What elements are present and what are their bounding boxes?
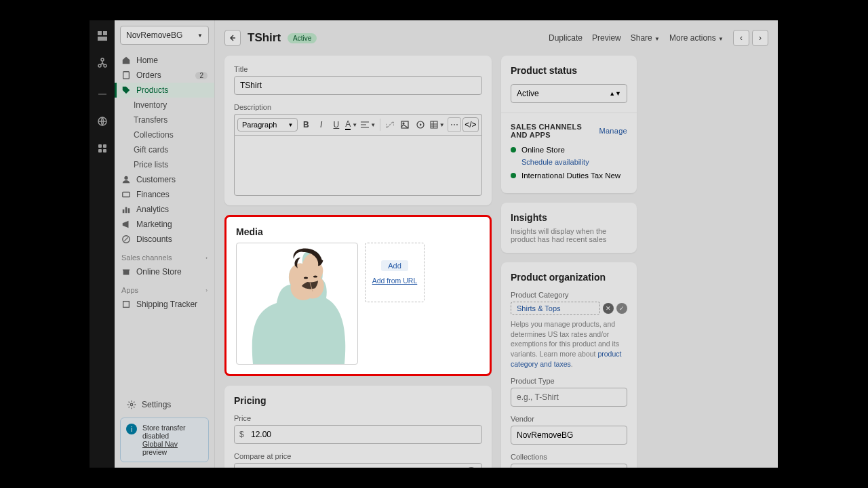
svg-rect-8 bbox=[103, 144, 106, 148]
description-label: Description bbox=[234, 103, 482, 111]
transfer-alert: i Store transfer disabled Global Nav pre… bbox=[120, 418, 209, 462]
vendor-label: Vendor bbox=[511, 415, 627, 423]
svg-point-24 bbox=[304, 277, 308, 279]
share-button[interactable]: Share ▼ bbox=[631, 33, 660, 43]
media-add-zone[interactable]: Add Add from URL bbox=[365, 243, 425, 302]
add-media-button[interactable]: Add bbox=[381, 260, 408, 271]
collections-input[interactable] bbox=[511, 464, 627, 468]
italic-button[interactable]: I bbox=[315, 117, 328, 132]
title-label: Title bbox=[234, 65, 482, 73]
code-view-button[interactable]: </> bbox=[462, 117, 479, 132]
category-helper: Helps you manage products, and determine… bbox=[511, 319, 627, 369]
svg-rect-11 bbox=[123, 72, 130, 79]
nav-products[interactable]: Products bbox=[115, 83, 214, 98]
apps-icon[interactable] bbox=[96, 142, 108, 155]
currency-symbol: $ bbox=[239, 430, 244, 439]
chevron-down-icon: ▼ bbox=[197, 33, 203, 39]
sidebar: NovRemoveBG ▼ Home Orders2 Products Inve… bbox=[115, 20, 215, 468]
shop-selector[interactable]: NovRemoveBG ▼ bbox=[120, 26, 209, 45]
category-value[interactable]: Shirts & Tops bbox=[511, 302, 600, 315]
link-button[interactable] bbox=[383, 117, 397, 132]
table-button[interactable]: ▼ bbox=[429, 117, 446, 132]
product-status-card: Product status Active▲▼ SALES CHANNELS A… bbox=[501, 56, 637, 193]
back-button[interactable] bbox=[224, 30, 241, 46]
image-button[interactable] bbox=[398, 117, 412, 132]
type-input[interactable] bbox=[511, 388, 627, 407]
svg-rect-9 bbox=[98, 149, 102, 152]
divider-icon bbox=[96, 88, 108, 100]
svg-rect-13 bbox=[123, 192, 130, 197]
nav-settings[interactable]: Settings bbox=[120, 396, 209, 413]
nav-analytics[interactable]: Analytics bbox=[115, 202, 214, 217]
svg-rect-23 bbox=[431, 121, 437, 128]
category-label: Product Category bbox=[511, 291, 627, 299]
nav-online-store[interactable]: Online Store bbox=[115, 264, 214, 279]
orders-badge: 2 bbox=[195, 72, 208, 79]
add-from-url-link[interactable]: Add from URL bbox=[372, 277, 418, 285]
prev-product-button[interactable]: ‹ bbox=[733, 30, 749, 46]
collections-label: Collections bbox=[511, 453, 627, 461]
align-button[interactable]: ▼ bbox=[359, 117, 377, 132]
chevron-right-icon: › bbox=[205, 255, 208, 261]
video-button[interactable] bbox=[413, 117, 427, 132]
page-header: TShirt Active Duplicate Preview Share ▼ … bbox=[224, 20, 768, 56]
nav-transfers[interactable]: Transfers bbox=[115, 113, 214, 127]
nav-gift-cards[interactable]: Gift cards bbox=[115, 142, 214, 157]
remove-category-button[interactable]: ✕ bbox=[603, 303, 614, 314]
bold-button[interactable]: B bbox=[299, 117, 313, 132]
globe-icon[interactable] bbox=[96, 115, 108, 127]
nav-discounts[interactable]: Discounts bbox=[115, 232, 214, 247]
svg-point-3 bbox=[101, 58, 104, 61]
nav-shipping-tracker[interactable]: Shipping Tracker bbox=[115, 297, 214, 312]
nav-finances[interactable]: Finances bbox=[115, 187, 214, 202]
more-formatting-button[interactable]: ⋯ bbox=[448, 117, 461, 132]
schedule-link[interactable]: Schedule availability bbox=[521, 158, 627, 166]
vendor-input[interactable] bbox=[511, 426, 627, 445]
status-select[interactable]: Active▲▼ bbox=[511, 84, 627, 103]
nav-price-lists[interactable]: Price lists bbox=[115, 157, 214, 172]
status-badge: Active bbox=[288, 33, 317, 43]
svg-point-21 bbox=[403, 123, 404, 124]
text-color-button[interactable]: A▼ bbox=[344, 117, 358, 132]
org-title: Product organization bbox=[511, 272, 627, 283]
title-input[interactable] bbox=[234, 76, 482, 95]
dashboard-icon[interactable] bbox=[96, 30, 108, 42]
status-dot-icon bbox=[511, 173, 516, 178]
nav-collections[interactable]: Collections bbox=[115, 127, 214, 142]
svg-rect-1 bbox=[103, 31, 107, 35]
compare-price-input[interactable] bbox=[234, 463, 482, 468]
title-card: Title Description Paragraph▼ B I U A▼ ▼ … bbox=[224, 56, 492, 205]
channels-label: SALES CHANNELS AND APPS bbox=[511, 123, 599, 139]
svg-rect-10 bbox=[103, 149, 106, 152]
nav-marketing[interactable]: Marketing bbox=[115, 217, 214, 232]
insights-title: Insights bbox=[511, 212, 627, 223]
media-card: Media Add bbox=[224, 215, 492, 376]
duplicate-button[interactable]: Duplicate bbox=[549, 33, 583, 43]
alert-title: Store transfer disabled bbox=[142, 424, 203, 440]
preview-button[interactable]: Preview bbox=[592, 33, 621, 43]
main-content: TShirt Active Duplicate Preview Share ▼ … bbox=[215, 20, 778, 468]
nav-inventory[interactable]: Inventory bbox=[115, 98, 214, 113]
alert-link[interactable]: Global Nav bbox=[142, 440, 178, 448]
nav-apps-label[interactable]: Apps› bbox=[115, 279, 214, 297]
description-editor[interactable] bbox=[234, 135, 482, 196]
status-dot-icon bbox=[511, 147, 516, 152]
media-label: Media bbox=[236, 226, 480, 237]
confirm-category-button[interactable]: ✓ bbox=[616, 303, 627, 314]
product-status-title: Product status bbox=[511, 65, 627, 76]
next-product-button[interactable]: › bbox=[752, 30, 768, 46]
nav-orders[interactable]: Orders2 bbox=[115, 68, 214, 83]
price-input[interactable] bbox=[234, 425, 482, 444]
chevron-right-icon: › bbox=[205, 287, 208, 293]
nav-customers[interactable]: Customers bbox=[115, 172, 214, 187]
paragraph-select[interactable]: Paragraph▼ bbox=[237, 118, 298, 131]
network-icon[interactable] bbox=[96, 57, 108, 69]
pricing-label: Pricing bbox=[234, 395, 482, 406]
underline-button[interactable]: U bbox=[330, 117, 343, 132]
more-actions-button[interactable]: More actions ▼ bbox=[669, 33, 724, 43]
pricing-card: Pricing Price $ Compare at price $ ? ✓ C… bbox=[224, 386, 492, 468]
media-thumbnail[interactable] bbox=[236, 243, 358, 365]
manage-channels-link[interactable]: Manage bbox=[599, 127, 627, 135]
nav-sales-channels-label[interactable]: Sales channels› bbox=[115, 247, 214, 264]
nav-home[interactable]: Home bbox=[115, 53, 214, 68]
